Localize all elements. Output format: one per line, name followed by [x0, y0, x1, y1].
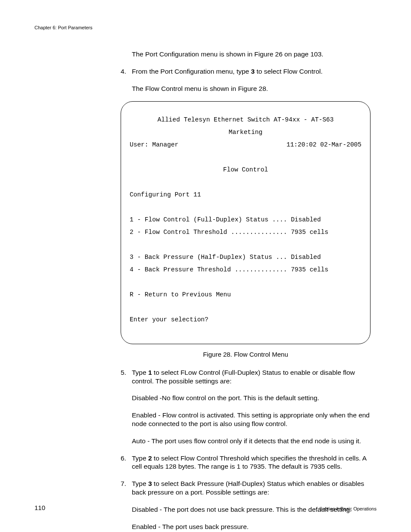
step-text: Type [132, 369, 148, 376]
term-timestamp: 11:20:02 02-Mar-2005 [286, 142, 361, 148]
step-bold: 3 [148, 480, 152, 487]
term-user-line: User: Manager11:20:02 02-Mar-2005 [130, 142, 361, 148]
step-text-after: to select Flow Control. [255, 68, 323, 75]
step5-sub3: Auto - The port uses flow control only i… [132, 437, 371, 445]
step-body: Type 3 to select Back Pressure (Half-Dup… [132, 479, 371, 531]
step-text-after: to select Flow Control Threshold which s… [132, 454, 366, 470]
term-prompt: Enter your selection? [130, 317, 361, 323]
step-body: Type 1 to select FLow Control (Full-Dupl… [132, 368, 371, 445]
term-blank [130, 279, 361, 286]
term-user: User: Manager [130, 142, 178, 148]
step-text: From the Port Configuration menu, type [132, 68, 251, 75]
page: Chapter 6: Port Parameters The Port Conf… [0, 0, 411, 532]
step-body: From the Port Configuration menu, type 3… [132, 67, 371, 93]
step-number: 4. [121, 67, 132, 93]
content-column: The Port Configuration menu is shown in … [121, 50, 371, 532]
term-title-1: Allied Telesyn Ethernet Switch AT-94xx -… [130, 117, 361, 123]
step-number: 7. [121, 479, 132, 531]
term-opt-3: 3 - Back Pressure (Half-Duplex) Status .… [130, 254, 361, 261]
step-6: 6. Type 2 to select Flow Control Thresho… [121, 454, 371, 471]
term-blank [130, 304, 361, 311]
step5-sub1: Disabled -No flow control on the port. T… [132, 394, 371, 402]
step5-sub2: Enabled - Flow control is activated. Thi… [132, 411, 371, 428]
step-4: 4. From the Port Configuration menu, typ… [121, 67, 371, 93]
step-bold: 3 [251, 68, 255, 75]
term-blank [130, 179, 361, 186]
step7-sub2: Enabled - The port uses back pressure. [132, 523, 371, 531]
term-opt-r: R - Return to Previous Menu [130, 292, 361, 298]
term-blank [130, 204, 361, 211]
step-body: Type 2 to select Flow Control Threshold … [132, 454, 371, 471]
term-opt-4: 4 - Back Pressure Threshold ............… [130, 267, 361, 273]
page-number: 110 [34, 504, 45, 511]
step-sub: The Flow Control menu is shown in Figure… [132, 84, 371, 93]
step-7: 7. Type 3 to select Back Pressure (Half-… [121, 479, 371, 531]
term-blank [130, 242, 361, 248]
term-blank [130, 154, 361, 161]
intro-paragraph: The Port Configuration menu is shown in … [132, 50, 371, 59]
step-bold: 2 [148, 454, 152, 462]
step-text-after: to select Back Pressure (Half-Duplex) St… [132, 480, 364, 496]
step-number: 6. [121, 454, 132, 471]
step-number: 5. [121, 368, 132, 445]
terminal-wrap: Allied Telesyn Ethernet Switch AT-94xx -… [121, 101, 371, 344]
figure-caption: Figure 28. Flow Control Menu [121, 350, 371, 358]
term-title-2: Marketing [130, 129, 361, 136]
terminal-screen: Allied Telesyn Ethernet Switch AT-94xx -… [121, 101, 371, 344]
step-text-after: to select FLow Control (Full-Duplex) Sta… [132, 369, 355, 385]
term-config: Configuring Port 11 [130, 192, 361, 198]
section-label: Section I: Basic Operations [319, 506, 377, 511]
term-menu-title: Flow Control [130, 167, 361, 173]
step-5: 5. Type 1 to select FLow Control (Full-D… [121, 368, 371, 445]
term-opt-1: 1 - Flow Control (Full-Duplex) Status ..… [130, 217, 361, 223]
step-bold: 1 [148, 369, 152, 376]
chapter-header: Chapter 6: Port Parameters [34, 25, 377, 30]
step-text: Type [132, 454, 148, 462]
term-opt-2: 2 - Flow Control Threshold .............… [130, 229, 361, 236]
step-text: Type [132, 480, 148, 487]
